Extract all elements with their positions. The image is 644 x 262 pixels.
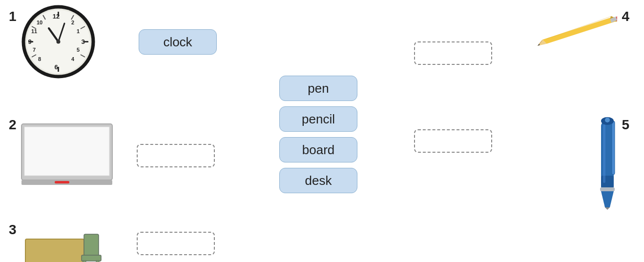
svg-marker-56	[601, 191, 614, 207]
svg-rect-31	[55, 181, 69, 183]
svg-rect-29	[24, 127, 109, 176]
svg-point-53	[605, 118, 610, 122]
answer-clock[interactable]: clock	[139, 29, 217, 55]
svg-marker-41	[542, 17, 617, 44]
svg-rect-58	[603, 124, 605, 183]
svg-text:4: 4	[71, 56, 75, 62]
item-number-2: 2	[9, 117, 17, 133]
svg-text:8: 8	[38, 56, 41, 62]
item-number-3: 3	[9, 222, 17, 238]
answer-box-3[interactable]	[137, 232, 215, 255]
word-card-pen[interactable]: pen	[279, 76, 357, 101]
svg-point-27	[57, 40, 61, 44]
word-card-board[interactable]: board	[279, 137, 357, 162]
desk-image	[21, 224, 106, 262]
svg-text:3: 3	[81, 38, 84, 45]
pencil-image	[534, 7, 617, 53]
svg-text:2: 2	[71, 20, 74, 25]
svg-text:7: 7	[33, 47, 36, 53]
answer-box-5[interactable]	[414, 129, 492, 153]
svg-line-49	[547, 17, 611, 39]
svg-rect-55	[600, 187, 615, 191]
svg-text:12: 12	[53, 13, 60, 20]
svg-text:10: 10	[37, 20, 42, 25]
svg-text:6: 6	[54, 63, 58, 71]
svg-text:11: 11	[31, 28, 37, 34]
pen-image	[588, 112, 627, 212]
item-number-1: 1	[9, 9, 17, 24]
svg-rect-32	[25, 239, 84, 262]
svg-rect-51	[612, 121, 615, 175]
svg-text:9: 9	[28, 38, 31, 45]
answer-box-2[interactable]	[137, 144, 215, 167]
svg-marker-57	[605, 207, 610, 210]
word-card-desk[interactable]: desk	[279, 168, 357, 193]
svg-text:1: 1	[77, 28, 80, 34]
clock-image: 12 6 9 3 2 1 10 11 4 8 5 7	[21, 4, 96, 81]
svg-rect-54	[601, 176, 614, 188]
item-number-4: 4	[622, 9, 629, 24]
whiteboard-image	[21, 123, 113, 188]
word-card-pencil[interactable]: pencil	[279, 106, 357, 132]
svg-rect-36	[82, 255, 101, 261]
svg-rect-35	[84, 234, 99, 256]
answer-box-4[interactable]	[414, 41, 492, 65]
svg-text:5: 5	[77, 47, 80, 53]
